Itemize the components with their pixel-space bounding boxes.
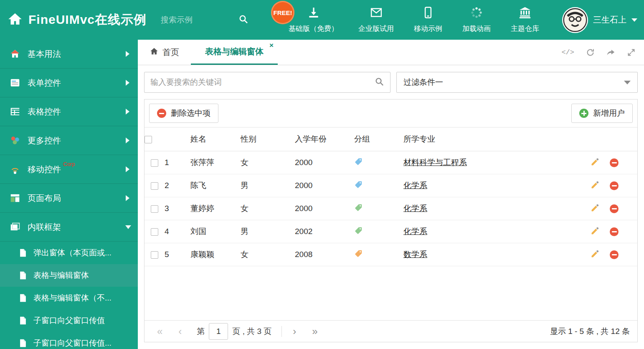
page-number-input[interactable] xyxy=(209,323,228,340)
sidebar-item-mobile-controls[interactable]: 移动控件 Corp xyxy=(0,155,138,184)
frame-icon xyxy=(9,221,21,233)
file-icon xyxy=(18,248,28,257)
row-checkbox[interactable] xyxy=(151,182,158,190)
layout-icon xyxy=(9,192,21,204)
file-icon xyxy=(18,271,28,280)
row-checkbox[interactable] xyxy=(151,205,158,213)
grid-panel: 删除选中项 新增用户 姓名 性别 入学年份 分组 所学专业 xyxy=(144,99,638,342)
cell-gender: 女 xyxy=(241,151,295,174)
major-link[interactable]: 化学系 xyxy=(403,204,427,213)
edit-pencil-icon[interactable] xyxy=(591,180,600,191)
delete-row-icon[interactable] xyxy=(610,181,619,190)
first-page-icon[interactable]: « xyxy=(152,326,167,336)
cell-year: 2008 xyxy=(295,243,354,266)
row-checkbox[interactable] xyxy=(151,159,158,167)
mobile-signal-icon xyxy=(9,163,21,175)
row-checkbox[interactable] xyxy=(151,228,158,236)
caret-down-icon xyxy=(624,81,631,84)
header-search-input[interactable] xyxy=(161,15,223,25)
column-index xyxy=(165,127,190,151)
edit-pencil-icon[interactable] xyxy=(591,226,600,237)
next-page-icon[interactable]: › xyxy=(288,326,301,336)
expand-icon[interactable] xyxy=(627,48,636,57)
download-icon xyxy=(307,6,320,21)
sidebar-item-iframe[interactable]: 内联框架 xyxy=(0,213,138,242)
sidebar-item-basic-usage[interactable]: 基本用法 xyxy=(0,40,138,69)
user-menu[interactable]: 三生石上 xyxy=(562,0,637,40)
sidebar-subitem-child-to-parent-2[interactable]: 子窗口向父窗口传值... xyxy=(0,332,138,349)
add-user-label: 新增用户 xyxy=(593,108,625,119)
user-name: 三生石上 xyxy=(593,14,626,25)
keyword-search-box xyxy=(144,72,390,93)
delete-selected-button[interactable]: 删除选中项 xyxy=(149,104,218,123)
cell-year: 2000 xyxy=(295,151,354,174)
edit-pencil-icon[interactable] xyxy=(591,157,600,168)
sidebar-item-page-layout[interactable]: 页面布局 xyxy=(0,184,138,213)
edit-pencil-icon[interactable] xyxy=(591,249,600,260)
delete-row-icon[interactable] xyxy=(610,158,619,167)
tab-bar: 首页 表格与编辑窗体 × </> xyxy=(138,40,644,65)
data-table: 姓名 性别 入学年份 分组 所学专业 1 张萍萍 女 2000 xyxy=(145,127,637,266)
sidebar-item-label: 内联框架 xyxy=(28,222,61,233)
grid-toolbar: 删除选中项 新增用户 xyxy=(145,99,637,127)
spinner-icon xyxy=(470,6,483,21)
last-page-icon[interactable]: » xyxy=(307,326,322,336)
close-icon[interactable]: × xyxy=(269,42,274,49)
filter-dropdown[interactable]: 过滤条件一 xyxy=(396,72,638,93)
share-icon[interactable] xyxy=(606,48,615,57)
content: 过滤条件一 删除选中项 新增用户 xyxy=(138,65,644,349)
cell-gender: 女 xyxy=(241,243,295,266)
delete-row-icon[interactable] xyxy=(610,227,619,236)
select-all-checkbox[interactable] xyxy=(145,136,152,143)
sidebar-item-label: 基本用法 xyxy=(28,48,61,60)
free-badge: FREE! xyxy=(271,1,294,24)
major-link[interactable]: 化学系 xyxy=(403,181,427,190)
nav-item-label: 加载动画 xyxy=(462,24,491,33)
brand[interactable]: FineUIMvc在线示例 xyxy=(0,11,147,28)
cell-year: 2000 xyxy=(295,197,354,220)
table-row: 4 刘国 男 2002 化学系 xyxy=(145,220,637,243)
sidebar-subitem-child-to-parent[interactable]: 子窗口向父窗口传值 xyxy=(0,309,138,332)
table-row: 2 陈飞 男 2000 化学系 xyxy=(145,174,637,197)
add-user-button[interactable]: 新增用户 xyxy=(571,104,633,123)
sidebar-subitem-label: 子窗口向父窗口传值 xyxy=(33,315,105,326)
sidebar-subitem-grid-edit-window-alt[interactable]: 表格与编辑窗体（不... xyxy=(0,287,138,309)
file-icon xyxy=(18,316,28,325)
nav-item-enterprise-trial[interactable]: 企业版试用 xyxy=(348,0,404,40)
major-link[interactable]: 数学系 xyxy=(403,250,427,259)
source-code-icon[interactable]: </> xyxy=(561,48,574,56)
sidebar-item-more-controls[interactable]: 更多控件 xyxy=(0,126,138,155)
tab-home[interactable]: 首页 xyxy=(138,40,191,65)
mobile-icon xyxy=(422,6,434,21)
major-link[interactable]: 化学系 xyxy=(403,227,427,236)
delete-row-icon[interactable] xyxy=(610,250,619,259)
chevron-down-icon xyxy=(125,225,131,229)
file-icon xyxy=(18,339,28,348)
nav-item-label: 主题仓库 xyxy=(511,24,539,33)
nav-item-basic-free[interactable]: FREE! 基础版（免费） xyxy=(279,0,348,40)
sidebar-subitem-grid-edit-window[interactable]: 表格与编辑窗体 xyxy=(0,264,138,287)
nav-item-theme-store[interactable]: 主题仓库 xyxy=(501,0,549,40)
row-index: 1 xyxy=(165,151,190,174)
major-link[interactable]: 材料科学与工程系 xyxy=(403,158,467,167)
sidebar-item-form-controls[interactable]: 表单控件 xyxy=(0,69,138,97)
page-suffix-label: 页 , 共 3 页 xyxy=(232,326,271,337)
tab-grid-edit-window[interactable]: 表格与编辑窗体 × xyxy=(191,40,278,65)
tag-icon xyxy=(354,249,363,258)
cell-gender: 男 xyxy=(241,220,295,243)
sidebar-item-grid-controls[interactable]: 表格控件 xyxy=(0,97,138,126)
app-header: FineUIMvc在线示例 FREE! 基础版（免费） 企业版试用 移动示例 xyxy=(0,0,644,40)
refresh-icon[interactable] xyxy=(586,48,595,57)
nav-item-loading-anim[interactable]: 加载动画 xyxy=(452,0,501,40)
row-checkbox[interactable] xyxy=(151,251,158,259)
prev-page-icon[interactable]: ‹ xyxy=(173,326,187,336)
search-icon[interactable] xyxy=(375,77,384,88)
nav-item-mobile-demo[interactable]: 移动示例 xyxy=(404,0,452,40)
edit-pencil-icon[interactable] xyxy=(591,203,600,214)
header-search[interactable] xyxy=(161,14,248,26)
delete-row-icon[interactable] xyxy=(610,204,619,213)
search-icon[interactable] xyxy=(238,14,248,26)
sidebar-subitem-label: 弹出窗体（本页面或... xyxy=(33,247,112,258)
keyword-search-input[interactable] xyxy=(150,78,375,87)
sidebar-subitem-popup-window[interactable]: 弹出窗体（本页面或... xyxy=(0,242,138,264)
